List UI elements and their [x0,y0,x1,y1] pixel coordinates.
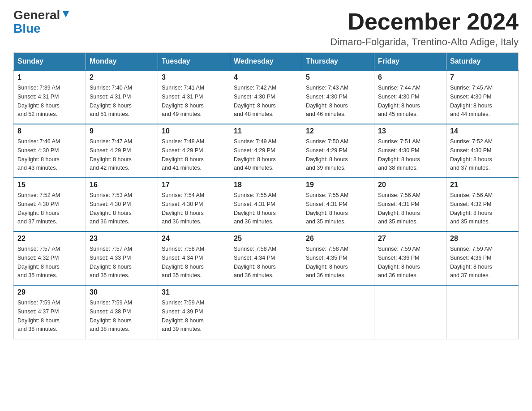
day-info: Sunrise: 7:49 AMSunset: 4:29 PMDaylight:… [234,138,276,171]
day-number: 3 [162,73,226,81]
day-number: 25 [234,235,298,243]
day-info: Sunrise: 7:55 AMSunset: 4:31 PMDaylight:… [306,192,348,225]
week-row-4: 22Sunrise: 7:57 AMSunset: 4:32 PMDayligh… [14,231,519,285]
day-info: Sunrise: 7:57 AMSunset: 4:33 PMDaylight:… [90,246,132,278]
day-info: Sunrise: 7:53 AMSunset: 4:30 PMDaylight:… [90,192,132,225]
calendar-cell: 9Sunrise: 7:47 AMSunset: 4:29 PMDaylight… [86,124,158,178]
day-number: 16 [90,181,154,189]
day-number: 12 [306,127,370,135]
day-info: Sunrise: 7:59 AMSunset: 4:37 PMDaylight:… [17,300,60,332]
weekday-header-monday: Monday [86,53,158,71]
day-number: 30 [90,288,154,296]
calendar-cell: 29Sunrise: 7:59 AMSunset: 4:37 PMDayligh… [14,285,86,339]
calendar-cell: 1Sunrise: 7:39 AMSunset: 4:31 PMDaylight… [14,70,86,124]
title-block: December 2024 Dimaro-Folgarida, Trentino… [330,9,519,48]
svg-marker-0 [63,11,69,17]
day-number: 15 [17,181,82,189]
weekday-header-friday: Friday [374,53,446,71]
day-number: 29 [17,288,82,296]
day-info: Sunrise: 7:52 AMSunset: 4:30 PMDaylight:… [17,192,60,225]
calendar-cell: 13Sunrise: 7:51 AMSunset: 4:30 PMDayligh… [374,124,446,178]
day-info: Sunrise: 7:39 AMSunset: 4:31 PMDaylight:… [17,85,60,117]
logo-blue: Blue [13,22,41,35]
month-title: December 2024 [330,9,519,34]
calendar-cell: 27Sunrise: 7:59 AMSunset: 4:36 PMDayligh… [374,231,446,285]
day-info: Sunrise: 7:45 AMSunset: 4:30 PMDaylight:… [450,85,493,117]
calendar-cell: 11Sunrise: 7:49 AMSunset: 4:29 PMDayligh… [230,124,302,178]
calendar-cell: 18Sunrise: 7:55 AMSunset: 4:31 PMDayligh… [230,178,302,231]
day-number: 1 [17,73,82,81]
day-info: Sunrise: 7:59 AMSunset: 4:36 PMDaylight:… [378,246,420,278]
week-row-3: 15Sunrise: 7:52 AMSunset: 4:30 PMDayligh… [14,178,519,231]
calendar-cell: 28Sunrise: 7:59 AMSunset: 4:36 PMDayligh… [446,231,519,285]
calendar-cell: 20Sunrise: 7:56 AMSunset: 4:31 PMDayligh… [374,178,446,231]
day-info: Sunrise: 7:51 AMSunset: 4:30 PMDaylight:… [378,138,420,171]
page-header: General Blue December 2024 Dimaro-Folgar… [13,9,519,48]
weekday-header-tuesday: Tuesday [158,53,230,71]
day-number: 10 [162,127,226,135]
weekday-header-row: SundayMondayTuesdayWednesdayThursdayFrid… [14,53,519,71]
day-info: Sunrise: 7:47 AMSunset: 4:29 PMDaylight:… [90,138,132,171]
day-number: 20 [378,181,442,189]
day-info: Sunrise: 7:56 AMSunset: 4:32 PMDaylight:… [450,192,493,225]
day-info: Sunrise: 7:58 AMSunset: 4:35 PMDaylight:… [306,246,348,278]
day-number: 27 [378,235,442,243]
day-info: Sunrise: 7:44 AMSunset: 4:30 PMDaylight:… [378,85,420,117]
day-number: 9 [90,127,154,135]
day-info: Sunrise: 7:43 AMSunset: 4:30 PMDaylight:… [306,85,348,117]
day-info: Sunrise: 7:59 AMSunset: 4:39 PMDaylight:… [162,300,204,332]
calendar-cell [374,285,446,339]
day-info: Sunrise: 7:55 AMSunset: 4:31 PMDaylight:… [234,192,276,225]
calendar-cell: 30Sunrise: 7:59 AMSunset: 4:38 PMDayligh… [86,285,158,339]
day-info: Sunrise: 7:48 AMSunset: 4:29 PMDaylight:… [162,138,204,171]
day-number: 14 [450,127,515,135]
logo-general: General [13,9,60,21]
calendar-cell: 15Sunrise: 7:52 AMSunset: 4:30 PMDayligh… [14,178,86,231]
day-number: 18 [234,181,298,189]
day-number: 5 [306,73,370,81]
calendar-cell: 4Sunrise: 7:42 AMSunset: 4:30 PMDaylight… [230,70,302,124]
day-info: Sunrise: 7:46 AMSunset: 4:30 PMDaylight:… [17,138,60,171]
calendar-cell [302,285,374,339]
day-info: Sunrise: 7:54 AMSunset: 4:30 PMDaylight:… [162,192,204,225]
day-number: 19 [306,181,370,189]
calendar-cell: 10Sunrise: 7:48 AMSunset: 4:29 PMDayligh… [158,124,230,178]
day-number: 22 [17,235,82,243]
day-info: Sunrise: 7:52 AMSunset: 4:30 PMDaylight:… [450,138,493,171]
calendar-cell: 8Sunrise: 7:46 AMSunset: 4:30 PMDaylight… [14,124,86,178]
day-number: 2 [90,73,154,81]
weekday-header-saturday: Saturday [446,53,519,71]
week-row-5: 29Sunrise: 7:59 AMSunset: 4:37 PMDayligh… [14,285,519,339]
day-info: Sunrise: 7:59 AMSunset: 4:38 PMDaylight:… [90,300,132,332]
week-row-1: 1Sunrise: 7:39 AMSunset: 4:31 PMDaylight… [14,70,519,124]
calendar-cell: 26Sunrise: 7:58 AMSunset: 4:35 PMDayligh… [302,231,374,285]
calendar-table: SundayMondayTuesdayWednesdayThursdayFrid… [13,52,519,339]
calendar-cell [230,285,302,339]
calendar-cell: 12Sunrise: 7:50 AMSunset: 4:29 PMDayligh… [302,124,374,178]
day-info: Sunrise: 7:40 AMSunset: 4:31 PMDaylight:… [90,85,132,117]
day-info: Sunrise: 7:59 AMSunset: 4:36 PMDaylight:… [450,246,493,278]
calendar-cell: 14Sunrise: 7:52 AMSunset: 4:30 PMDayligh… [446,124,519,178]
day-info: Sunrise: 7:57 AMSunset: 4:32 PMDaylight:… [17,246,60,278]
calendar-cell: 22Sunrise: 7:57 AMSunset: 4:32 PMDayligh… [14,231,86,285]
calendar-cell: 17Sunrise: 7:54 AMSunset: 4:30 PMDayligh… [158,178,230,231]
weekday-header-thursday: Thursday [302,53,374,71]
day-number: 11 [234,127,298,135]
calendar-cell: 25Sunrise: 7:58 AMSunset: 4:34 PMDayligh… [230,231,302,285]
logo-triangle-icon [61,9,71,19]
day-number: 31 [162,288,226,296]
logo: General Blue [13,9,71,35]
day-number: 13 [378,127,442,135]
location-title: Dimaro-Folgarida, Trentino-Alto Adige, I… [330,36,519,48]
day-info: Sunrise: 7:56 AMSunset: 4:31 PMDaylight:… [378,192,420,225]
day-number: 24 [162,235,226,243]
day-number: 7 [450,73,515,81]
calendar-cell: 6Sunrise: 7:44 AMSunset: 4:30 PMDaylight… [374,70,446,124]
day-info: Sunrise: 7:41 AMSunset: 4:31 PMDaylight:… [162,85,204,117]
day-number: 4 [234,73,298,81]
day-number: 17 [162,181,226,189]
day-info: Sunrise: 7:42 AMSunset: 4:30 PMDaylight:… [234,85,276,117]
day-number: 28 [450,235,515,243]
day-info: Sunrise: 7:50 AMSunset: 4:29 PMDaylight:… [306,138,348,171]
calendar-cell: 2Sunrise: 7:40 AMSunset: 4:31 PMDaylight… [86,70,158,124]
